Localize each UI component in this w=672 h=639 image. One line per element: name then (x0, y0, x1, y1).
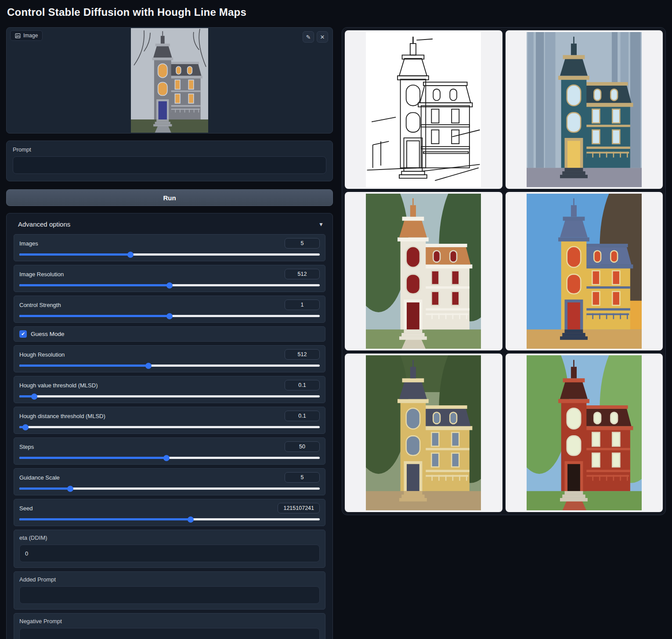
slider-value-box[interactable]: 512 (285, 349, 320, 360)
gallery-item-generated-house-red[interactable] (506, 354, 663, 512)
negative-prompt-input[interactable] (19, 628, 320, 639)
slider-fill (19, 518, 191, 520)
slider-fill (19, 457, 166, 459)
prompt-label: Prompt (13, 146, 326, 153)
slider-row-hough-resolution: Hough Resolution512 (14, 345, 325, 372)
prompt-block: Prompt (6, 141, 333, 181)
slider-fill (19, 365, 148, 367)
slider-track[interactable] (19, 253, 320, 256)
eta-block: eta (DDIM) (14, 530, 325, 568)
controls-column: Image ✎ ✕ Prompt Run Advanced options ▼ … (6, 27, 333, 639)
slider-thumb[interactable] (22, 424, 29, 430)
eta-label: eta (DDIM) (19, 534, 320, 541)
slider-label: Image Resolution (19, 271, 64, 278)
added-prompt-label: Added Prompt (19, 576, 320, 583)
slider-thumb[interactable] (166, 282, 173, 289)
page-title: Control Stable Diffusion with Hough Line… (7, 6, 666, 18)
slider-label: Hough value threshold (MLSD) (19, 382, 98, 389)
output-gallery (342, 27, 666, 515)
slider-thumb[interactable] (163, 455, 170, 461)
slider-thumb[interactable] (166, 313, 173, 319)
slider-track[interactable] (19, 284, 320, 286)
advanced-options-header[interactable]: Advanced options ▼ (14, 213, 325, 234)
slider-track[interactable] (19, 518, 320, 520)
image-input-label-text: Image (23, 32, 38, 39)
gallery-item-generated-house-white[interactable] (345, 192, 502, 350)
prompt-input[interactable] (13, 156, 326, 174)
slider-label: Hough distance threshold (MLSD) (19, 413, 105, 419)
slider-track[interactable] (19, 487, 320, 490)
image-input-label: Image (10, 30, 43, 41)
edit-image-button[interactable]: ✎ (303, 31, 314, 43)
gallery-item-generated-house-teal[interactable] (506, 30, 663, 189)
slider-label: Seed (19, 505, 33, 512)
image-input[interactable]: Image ✎ ✕ (6, 27, 333, 134)
run-button[interactable]: Run (6, 189, 333, 206)
slider-value-box[interactable]: 0.1 (285, 380, 320, 390)
advanced-rows: Images5Image Resolution512Control Streng… (14, 234, 325, 526)
slider-label: Guidance Scale (19, 474, 60, 481)
gallery-item-hough-line-map[interactable] (345, 30, 502, 189)
close-icon: ✕ (320, 34, 325, 40)
checkbox-label: Guess Mode (31, 331, 65, 337)
slider-label: Images (19, 240, 38, 247)
slider-track[interactable] (19, 395, 320, 397)
negative-prompt-block: Negative Prompt (14, 613, 325, 639)
slider-track[interactable] (19, 457, 320, 459)
slider-row-seed: Seed1215107241 (14, 499, 325, 526)
image-icon (15, 33, 21, 39)
input-image-art[interactable] (131, 28, 208, 133)
slider-row-hough-distance-threshold-mlsd: Hough distance threshold (MLSD)0.1 (14, 407, 325, 434)
slider-track[interactable] (19, 365, 320, 367)
added-prompt-input[interactable] (19, 586, 320, 604)
slider-thumb[interactable] (127, 252, 134, 258)
slider-thumb[interactable] (67, 486, 73, 492)
pencil-icon: ✎ (306, 34, 311, 40)
slider-track[interactable] (19, 426, 320, 428)
checkbox-check-icon[interactable]: ✔ (19, 330, 27, 338)
slider-fill (19, 315, 170, 317)
guess-mode-checkbox[interactable]: ✔Guess Mode (14, 326, 325, 342)
slider-value-box[interactable]: 5 (285, 238, 320, 249)
slider-label: Control Strength (19, 302, 61, 308)
slider-thumb[interactable] (145, 363, 152, 369)
slider-row-steps: Steps50 (14, 437, 325, 465)
slider-row-image-resolution: Image Resolution512 (14, 265, 325, 292)
slider-track[interactable] (19, 315, 320, 317)
slider-value-box[interactable]: 1 (285, 300, 320, 310)
gallery-item-generated-house-gold[interactable] (345, 354, 502, 512)
slider-thumb[interactable] (31, 394, 37, 400)
slider-row-images: Images5 (14, 234, 325, 261)
added-prompt-block: Added Prompt (14, 571, 325, 610)
app-page: Control Stable Diffusion with Hough Line… (0, 0, 672, 639)
slider-row-hough-value-threshold-mlsd: Hough value threshold (MLSD)0.1 (14, 376, 325, 403)
slider-fill (19, 253, 130, 256)
slider-row-guidance-scale: Guidance Scale5 (14, 468, 325, 495)
slider-thumb[interactable] (188, 516, 194, 523)
slider-value-box[interactable]: 5 (285, 472, 320, 483)
clear-image-button[interactable]: ✕ (317, 31, 328, 43)
slider-row-control-strength: Control Strength1 (14, 296, 325, 323)
chevron-down-icon: ▼ (318, 221, 324, 227)
gallery-item-generated-house-yellow[interactable] (506, 192, 663, 350)
slider-value-box[interactable]: 0.1 (285, 411, 320, 421)
eta-input[interactable] (19, 545, 320, 562)
slider-fill (19, 284, 170, 286)
slider-value-box[interactable]: 1215107241 (278, 503, 320, 513)
slider-value-box[interactable]: 50 (285, 441, 320, 452)
slider-label: Hough Resolution (19, 351, 65, 358)
advanced-options-title: Advanced options (18, 220, 70, 228)
slider-value-box[interactable]: 512 (285, 269, 320, 279)
slider-fill (19, 487, 70, 490)
negative-prompt-label: Negative Prompt (19, 618, 320, 625)
advanced-options-panel: Advanced options ▼ Images5Image Resoluti… (6, 213, 333, 639)
slider-label: Steps (19, 444, 34, 450)
